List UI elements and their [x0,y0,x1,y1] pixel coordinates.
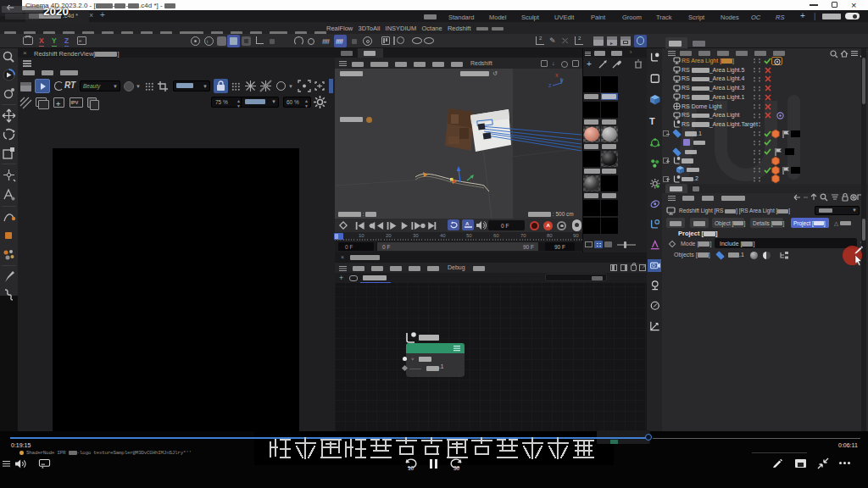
svg-text:30: 30 [453,465,460,471]
svg-text:10: 10 [408,465,415,471]
